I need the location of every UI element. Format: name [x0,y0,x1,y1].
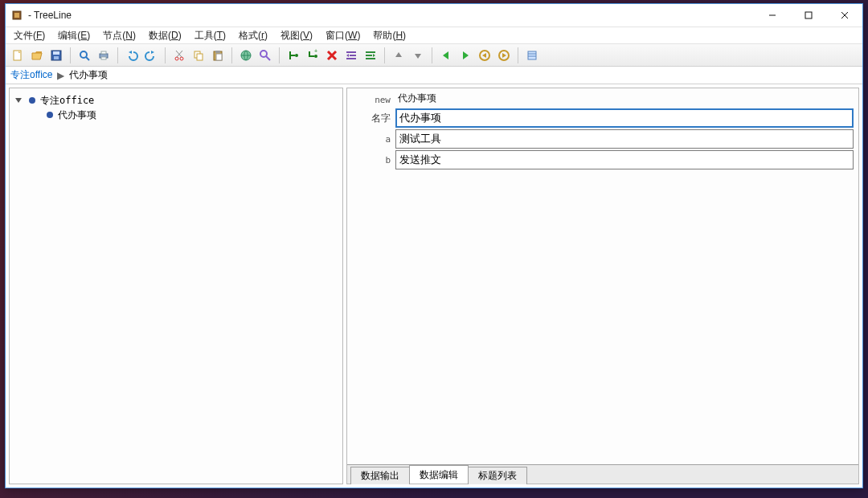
move-down-icon[interactable] [409,47,427,64]
move-up-icon[interactable] [390,47,407,64]
svg-rect-23 [197,54,203,60]
tree-expander-icon[interactable] [13,95,24,106]
minimize-button[interactable] [754,4,790,27]
svg-rect-37 [346,58,356,59]
save-icon[interactable] [47,47,65,64]
toolbar-separator [384,47,385,63]
nav-back-icon[interactable] [476,47,493,64]
tree-expander-placeholder [31,109,42,120]
svg-marker-48 [482,53,486,58]
toolbar-separator [432,47,432,63]
svg-rect-10 [54,56,59,59]
field-input-name[interactable] [395,108,854,128]
tree-row-child[interactable]: 代办事项 [13,108,339,122]
menu-data[interactable]: 数据(D) [142,27,188,43]
type-value: 代办事项 [395,90,854,107]
data-editor: new 代办事项 名字 a b [347,88,858,464]
node-bullet-icon [27,96,37,105]
menu-view[interactable]: 视图(V) [274,27,319,43]
svg-rect-51 [528,51,536,59]
tree-label: 专注office [40,94,94,108]
svg-line-29 [266,56,270,60]
svg-point-31 [314,55,317,58]
svg-line-20 [177,51,182,57]
find-icon[interactable] [256,47,274,64]
tab-title-list[interactable]: 标题列表 [468,467,527,484]
svg-point-55 [29,97,35,104]
indent-icon[interactable] [342,47,360,64]
add-sibling-icon[interactable] [285,47,302,64]
node-bullet-icon [45,110,55,120]
svg-marker-17 [151,51,154,54]
svg-point-19 [180,57,183,60]
svg-marker-45 [443,51,448,59]
open-icon[interactable] [28,47,46,64]
new-file-icon[interactable] [9,47,27,64]
toolbar-separator [518,47,518,63]
field-label-a: a [349,129,395,149]
tree-label: 代办事项 [58,108,96,122]
toolbar-separator [231,47,232,63]
svg-marker-44 [415,54,421,59]
outdent-icon[interactable] [362,47,379,64]
web-icon[interactable] [237,47,255,64]
breadcrumb-root[interactable]: 专注office [10,68,52,82]
toolbar-separator [279,47,280,63]
svg-marker-38 [346,54,349,57]
field-input-a[interactable] [395,129,854,149]
config-icon[interactable] [523,47,541,64]
menu-window[interactable]: 窗口(W) [319,27,366,43]
toolbar-separator [70,47,71,63]
copy-icon[interactable] [190,47,207,64]
tree-row-root[interactable]: 专注office [13,93,339,108]
svg-point-30 [295,54,298,57]
redo-icon[interactable] [142,47,160,64]
menu-help[interactable]: 帮助(H) [366,27,412,43]
print-preview-icon[interactable] [76,47,93,64]
cut-icon[interactable] [170,47,188,64]
menubar: 文件(F) 编辑(E) 节点(N) 数据(D) 工具(T) 格式(r) 视图(V… [6,27,862,44]
delete-node-icon[interactable] [323,47,341,64]
editor-tabbar: 数据输出 数据编辑 标题列表 [347,464,858,484]
svg-rect-36 [350,55,356,56]
svg-line-12 [86,57,89,60]
maximize-button[interactable] [790,4,826,27]
svg-point-28 [260,51,267,57]
svg-rect-40 [366,55,372,56]
menu-format[interactable]: 格式(r) [232,27,274,43]
toolbar-separator [165,47,166,63]
svg-marker-46 [463,51,469,59]
menu-node[interactable]: 节点(N) [96,27,142,43]
field-input-b[interactable] [395,150,854,169]
close-button[interactable] [826,4,862,27]
svg-rect-25 [216,54,222,60]
svg-point-56 [47,112,53,118]
svg-marker-54 [15,98,22,103]
content-area: 专注office 代办事项 new [6,84,862,488]
editor-panel: new 代办事项 名字 a b [346,88,859,484]
svg-marker-50 [502,53,506,58]
svg-rect-9 [53,51,59,55]
tree-view[interactable]: 专注office 代办事项 [10,88,342,484]
add-child-icon[interactable]: + [304,47,321,64]
history-forward-icon[interactable] [457,47,474,64]
nav-forward-icon[interactable] [495,47,513,64]
paste-icon[interactable] [209,47,227,64]
toolbar: + [6,44,862,67]
breadcrumb-current: 代办事项 [69,68,108,82]
tab-data-output[interactable]: 数据输出 [350,467,410,484]
menu-file[interactable]: 文件(F) [7,27,51,43]
toolbar-separator [117,47,118,63]
history-back-icon[interactable] [437,47,455,64]
svg-point-11 [80,51,87,58]
print-icon[interactable] [95,47,113,64]
menu-tools[interactable]: 工具(T) [188,27,232,43]
svg-point-18 [175,57,178,60]
tab-data-edit[interactable]: 数据编辑 [409,465,469,484]
svg-rect-14 [101,51,106,54]
svg-marker-43 [395,52,402,57]
type-label: new [349,90,395,107]
app-icon [10,9,23,22]
menu-edit[interactable]: 编辑(E) [51,27,96,43]
undo-icon[interactable] [123,47,141,64]
